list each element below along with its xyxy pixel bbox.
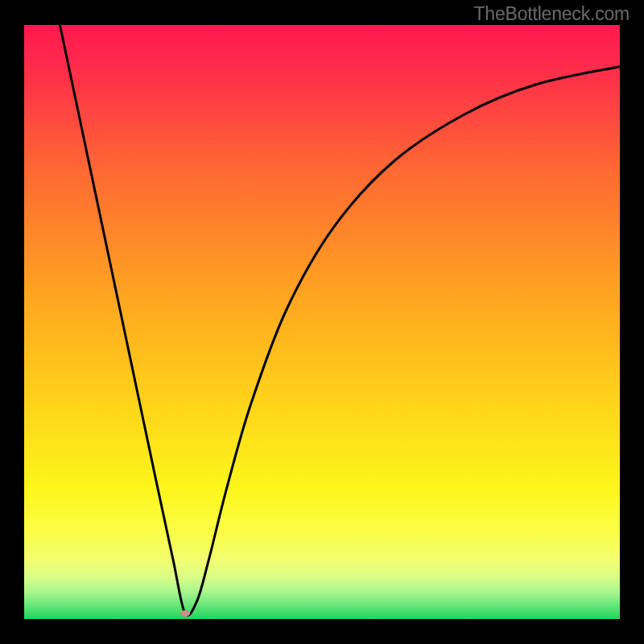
plot-area (24, 25, 620, 619)
frame-border-right (620, 0, 644, 644)
frame-border-left (0, 0, 24, 644)
attribution-text: TheBottleneck.com (474, 3, 630, 25)
minimum-marker (180, 610, 190, 617)
bottleneck-curve (60, 25, 620, 616)
chart-frame: TheBottleneck.com (0, 0, 644, 644)
frame-border-bottom (0, 619, 644, 644)
curve-layer (24, 25, 620, 619)
